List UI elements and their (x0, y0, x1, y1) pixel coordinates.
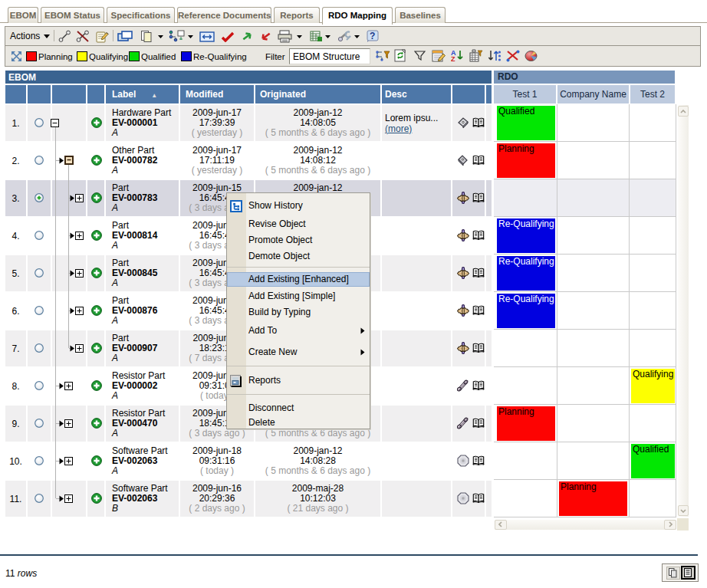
svg-text:Z: Z (451, 55, 455, 62)
svg-text:?: ? (370, 31, 375, 41)
